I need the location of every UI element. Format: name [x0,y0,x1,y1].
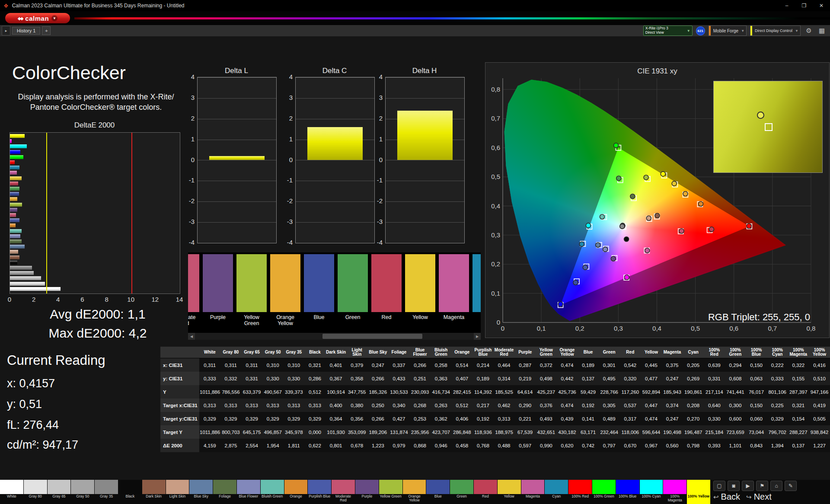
settings-gear-button[interactable]: ⚙ [804,26,814,35]
cell-y-light-skin: 347,755 [346,385,367,399]
cell-x-cie31-foliage: 0,337 [389,358,410,372]
cell--e-2000-yellow-green: 0,990 [536,439,557,452]
target-point-marker [765,123,773,131]
cell-target-y-light-skin: 353,099 [346,425,367,439]
meter-select[interactable]: X-Rite i1Pro 3Direct View ▼ [643,26,693,36]
column-header-purplish-blue: Purplish Blue [472,347,494,358]
bottom-swatch-magenta[interactable]: Magenta [521,480,545,504]
bottom-swatch-light-skin[interactable]: Light Skin [166,480,189,504]
bottom-swatch-100-cyan[interactable]: 100% Cyan [640,480,663,504]
bottom-swatch-blue-sky[interactable]: Blue Sky [189,480,213,504]
cell-target-y-100-blue: 73,044 [746,425,767,439]
patch-swatch-green[interactable]: Green [338,254,368,327]
bottom-swatch-bluish-green[interactable]: Bluish Green [261,480,284,504]
bottom-swatch-white[interactable]: White [0,480,23,504]
scroll-left-icon[interactable]: ◀ [188,333,195,340]
bottom-swatch-foliage[interactable]: Foliage [213,480,236,504]
swatch-label: Cyan [545,494,568,504]
cell-y-yellow-green: 425,237 [536,385,557,399]
meter-status-badge[interactable]: 621 [696,26,705,35]
swatch-color [308,480,331,494]
column-header-green: Green [599,347,620,358]
bottom-swatch-orange-yellow[interactable]: Orange Yellow [403,480,426,504]
cell-y-gray-65: 633,379 [241,385,262,399]
patch-swatch-orange-yellow[interactable]: Orange Yellow [270,254,300,327]
cell-target-y-white: 1011,886 [199,425,220,439]
bottom-swatch-cyan[interactable]: Cyan [545,480,568,504]
swatch-label: Moderate Red [332,494,355,504]
edit-button[interactable]: ✎ [785,481,797,491]
patch-swatch-red[interactable]: Red [371,254,402,327]
swatch-scrollbar[interactable]: ◀ ▶ [188,333,481,340]
bottom-swatch-yellow-green[interactable]: Yellow Green [379,480,402,504]
maximize-button[interactable]: ❐ [795,0,813,11]
patch-swatch-moderate-red[interactable]: Moderate Red [188,254,199,327]
bottom-swatch-gray-65[interactable]: Gray 65 [48,480,71,504]
scroll-right-icon[interactable]: ▶ [474,333,481,340]
cell-y-cie31-100-red: 0,331 [704,372,725,385]
delta-chart-title: Delta L [197,67,276,75]
bottom-swatch-dark-skin[interactable]: Dark Skin [142,480,166,504]
bottom-swatch-black[interactable]: Black [118,480,142,504]
display-control-label: Direct Display Control [752,29,795,33]
play-button[interactable]: ▶ [742,481,754,491]
cie-1931-chart: CIE 1931 xy 00,10,20,30,40,50,60,70,800,… [485,62,830,338]
bottom-swatch-blue-flower[interactable]: Blue Flower [237,480,260,504]
patch-swatch-magenta[interactable]: Magenta [439,254,469,327]
patch-swatch-cyan[interactable]: Cyan [472,254,481,327]
cell-target-x-cie31-dark-skin: 0,400 [326,399,347,412]
bottom-swatch-purplish-blue[interactable]: Purplish Blue [308,480,331,504]
column-header-magenta: Magenta [662,347,683,358]
flag-button[interactable]: ⚑ [756,481,768,491]
tab-history-1[interactable]: History 1 [12,27,40,35]
close-button[interactable]: ✕ [813,0,830,11]
bottom-swatch-blue[interactable]: Blue [426,480,450,504]
cell-x-cie31-cyan: 0,205 [683,358,704,372]
back-button[interactable]: ↩ Back [713,492,740,502]
next-button[interactable]: ↪ Next [746,492,772,502]
deltae-bar-100-magenta [10,139,12,143]
bottom-swatch-gray-80[interactable]: Gray 80 [24,480,47,504]
calman-menu-button[interactable]: ◆◆ calman ▼ [5,13,70,23]
bottom-swatch-100-green[interactable]: 100% Green [592,480,616,504]
minimize-button[interactable]: – [778,0,795,11]
source-select[interactable]: Mobile Forge ▼ [709,26,747,36]
bottom-swatch-gray-50[interactable]: Gray 50 [71,480,94,504]
bottom-swatch-orange[interactable]: Orange [284,480,308,504]
bottom-swatch-purple[interactable]: Purple [355,480,379,504]
add-history-button[interactable]: + [42,26,51,35]
bottom-swatch-green[interactable]: Green [450,480,473,504]
deltae-avg-threshold-line [46,133,47,293]
cell-target-y-cie31-magenta: 0,247 [662,412,683,425]
window-title: Calman 2023 Calman Ultimate for Business… [12,3,185,9]
deltae-bar-foliage [10,239,22,243]
patch-swatch-yellow[interactable]: Yellow [405,254,435,327]
patch-swatch-purple[interactable]: Purple [203,254,233,327]
bottom-swatch-red[interactable]: Red [474,480,497,504]
column-header-blue: Blue [578,347,599,358]
bottom-swatch-100-blue[interactable]: 100% Blue [616,480,639,504]
bottom-swatch-moderate-red[interactable]: Moderate Red [332,480,355,504]
swatch-color [640,480,663,494]
bottom-swatch-yellow[interactable]: Yellow [498,480,521,504]
lock-button[interactable]: ◙ [728,481,740,491]
bottom-swatch-gray-35[interactable]: Gray 35 [95,480,118,504]
cell-y-purplish-blue: 114,392 [472,385,494,399]
bottom-swatch-100-red[interactable]: 100% Red [568,480,592,504]
history-nav-button[interactable]: ▸ [2,26,10,35]
play-icon: ▶ [746,483,750,489]
cell-y-green: 228,766 [599,385,620,399]
bottom-swatch-100-yellow[interactable]: 100% Yellow [687,480,710,504]
scrollbar-thumb[interactable] [322,334,422,339]
layout-grid-button[interactable]: ▦ [817,26,827,35]
page-subtitle: Display analysis is performed with the X… [9,92,183,113]
display-control-select[interactable]: Direct Display Control ▼ [750,26,801,36]
cell-y-cie31-gray-65: 0,331 [241,372,262,385]
patch-swatch-blue[interactable]: Blue [304,254,334,327]
main-area: ColorChecker Display analysis is perform… [0,36,830,480]
window-button[interactable]: ▢ [713,481,725,491]
patch-swatch-yellow-green[interactable]: Yellow Green [236,254,267,327]
home-button[interactable]: ⌂ [770,481,782,491]
bottom-swatch-100-magenta[interactable]: 100% Magenta [663,480,686,504]
measured-point-light-skin [646,216,651,220]
